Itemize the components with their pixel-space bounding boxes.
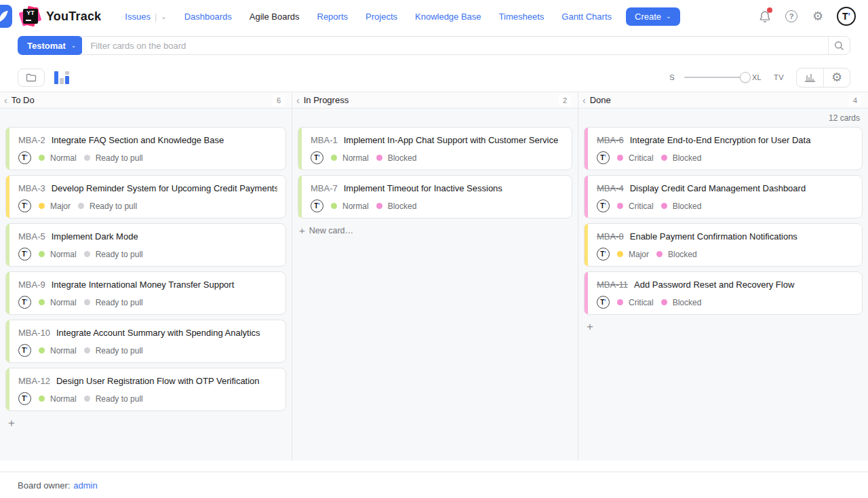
state-label: Ready to pull — [96, 250, 143, 259]
card-mba-12[interactable]: MBA-12Design User Registration Flow with… — [5, 368, 286, 411]
card-id[interactable]: MBA-9 — [18, 280, 45, 290]
card-mba-3[interactable]: MBA-3Develop Reminder System for Upcomin… — [5, 175, 286, 218]
burndown-chart-button[interactable] — [797, 69, 823, 87]
card-mba-8[interactable]: MBA-8Enable Payment Confirmation Notific… — [584, 223, 863, 267]
priority-dot — [39, 299, 45, 305]
user-avatar[interactable]: T — [837, 7, 856, 26]
nav-item-issues[interactable]: Issues|⌄ — [116, 7, 175, 26]
board-toolbar: S XL TV ⚙ — [0, 67, 868, 88]
add-card-button[interactable]: + — [5, 416, 18, 430]
card-id[interactable]: MBA-4 — [597, 183, 624, 193]
card-id[interactable]: MBA-12 — [18, 376, 50, 386]
card-id[interactable]: MBA-2 — [18, 135, 45, 145]
board-area: 12 cards MBA-2Integrate FAQ Section and … — [0, 109, 868, 461]
help-button[interactable]: ? — [784, 9, 799, 24]
nav-item-agile-boards[interactable]: Agile Boards — [241, 7, 309, 26]
chevron-down-icon: ⌄ — [161, 13, 166, 20]
priority-dot — [39, 251, 45, 257]
card-mba-4[interactable]: MBA-4Display Credit Card Management Dash… — [584, 175, 863, 218]
new-card-button[interactable]: +New card… — [298, 223, 572, 237]
card-id[interactable]: MBA-10 — [18, 328, 50, 338]
column-header-in-progress: ‹In Progress2 — [292, 92, 578, 108]
board-chart-icon — [54, 71, 70, 84]
settings-button[interactable]: ⚙ — [810, 9, 825, 24]
notifications-bell-button[interactable] — [757, 9, 772, 24]
collapse-column-icon[interactable]: ‹ — [4, 96, 7, 105]
nav-divider: | — [155, 12, 157, 22]
card-mba-11[interactable]: MBA-11Add Password Reset and Recovery Fl… — [584, 271, 863, 315]
youtrack-logo-icon[interactable]: YT — [22, 7, 40, 26]
priority-dot — [617, 155, 623, 161]
card-mba-2[interactable]: MBA-2Integrate FAQ Section and Knowledge… — [5, 127, 286, 170]
board-owner-link[interactable]: admin — [73, 480, 97, 491]
board-chart-toggle[interactable] — [54, 71, 70, 84]
avatar-initial: T — [22, 154, 28, 161]
nav-item-projects[interactable]: Projects — [357, 7, 406, 26]
priority-dot — [331, 203, 337, 209]
youtrack-wordmark[interactable]: YouTrack — [46, 9, 101, 24]
priority-stripe — [6, 128, 9, 170]
nav-item-dashboards[interactable]: Dashboards — [176, 7, 241, 26]
card-id[interactable]: MBA-5 — [18, 231, 45, 242]
column-count-badge: 2 — [559, 95, 571, 106]
card-id[interactable]: MBA-3 — [18, 183, 45, 193]
folder-icon — [26, 73, 37, 82]
card-id[interactable]: MBA-7 — [311, 183, 338, 193]
page-footer: Board owner: admin — [0, 472, 868, 498]
avatar-initial: T — [600, 250, 606, 258]
state-dot — [376, 203, 382, 209]
card-header: MBA-7Implement Timeout for Inactive Sess… — [311, 183, 564, 193]
add-card-button[interactable]: + — [584, 320, 596, 334]
nav-item-label: Projects — [366, 12, 397, 22]
filter-cards-input[interactable] — [82, 37, 828, 54]
search-button[interactable] — [828, 37, 850, 54]
slider-handle[interactable] — [740, 72, 751, 83]
board-settings-button[interactable]: ⚙ — [823, 69, 850, 87]
state-label: Ready to pull — [96, 346, 143, 356]
tv-mode-button[interactable]: TV — [774, 73, 784, 81]
priority-label: Major — [629, 250, 649, 259]
priority-label: Normal — [342, 153, 369, 163]
nav-item-gantt-charts[interactable]: Gantt Charts — [553, 7, 620, 26]
sprints-folder-button[interactable] — [18, 69, 45, 87]
nav-item-reports[interactable]: Reports — [309, 7, 357, 26]
state-label: Ready to pull — [90, 202, 137, 211]
column-in-progress: MBA-1Implement In-App Chat Support with … — [292, 109, 578, 461]
assignee-avatar: T — [597, 248, 610, 261]
avatar-initial: T — [600, 154, 606, 161]
card-header: MBA-3Develop Reminder System for Upcomin… — [18, 183, 277, 193]
card-mba-1[interactable]: MBA-1Implement In-App Chat Support with … — [298, 127, 572, 170]
column-title: To Do — [12, 95, 35, 105]
assignee-avatar: T — [597, 199, 610, 212]
card-mba-9[interactable]: MBA-9Integrate International Money Trans… — [5, 271, 286, 315]
card-mba-7[interactable]: MBA-7Implement Timeout for Inactive Sess… — [298, 175, 572, 218]
nav-item-timesheets[interactable]: Timesheets — [490, 7, 553, 26]
card-id[interactable]: MBA-6 — [597, 135, 624, 145]
column-to-do: MBA-2Integrate FAQ Section and Knowledge… — [0, 109, 292, 461]
card-meta: TNormalReady to pull — [18, 151, 277, 164]
card-size-slider[interactable] — [684, 77, 745, 78]
card-mba-6[interactable]: MBA-6Integrate End-to-End Encryption for… — [584, 127, 863, 170]
collapse-column-icon[interactable]: ‹ — [296, 96, 300, 105]
nav-item-knowledge-base[interactable]: Knowledge Base — [406, 7, 490, 26]
feather-icon — [0, 10, 8, 22]
card-id[interactable]: MBA-8 — [597, 231, 624, 242]
priority-label: Critical — [629, 153, 654, 163]
card-mba-10[interactable]: MBA-10Integrate Account Summary with Spe… — [5, 320, 286, 363]
priority-label: Normal — [50, 250, 77, 259]
card-id[interactable]: MBA-11 — [597, 280, 628, 290]
project-selector-button[interactable]: Testomat ⌄ — [18, 36, 83, 55]
state-label: Ready to pull — [96, 298, 143, 307]
card-meta: TNormalReady to pull — [18, 344, 277, 357]
card-id[interactable]: MBA-1 — [311, 135, 338, 145]
state-label: Ready to pull — [96, 394, 143, 404]
create-button[interactable]: Create ⌄ — [626, 7, 680, 26]
app-switcher-button[interactable] — [0, 5, 12, 28]
priority-dot — [39, 347, 45, 353]
collapse-column-icon[interactable]: ‹ — [583, 96, 586, 105]
assignee-avatar: T — [311, 151, 323, 164]
priority-stripe — [298, 128, 302, 170]
column-count-badge: 4 — [849, 95, 861, 106]
card-mba-5[interactable]: MBA-5Implement Dark ModeTNormalReady to … — [5, 223, 286, 267]
toolbar-right: S XL TV ⚙ — [669, 68, 850, 88]
